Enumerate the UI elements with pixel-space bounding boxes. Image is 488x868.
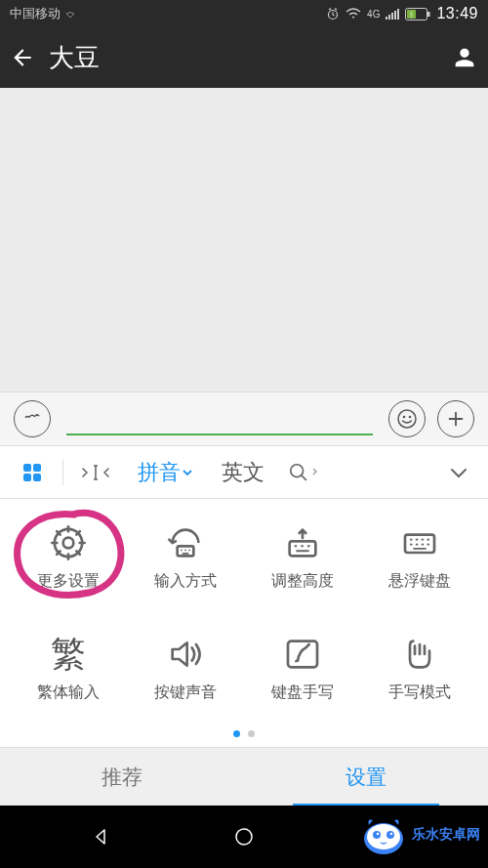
ime-pinyin-button[interactable]: 拼音 <box>122 458 208 487</box>
kb-handwrite-icon <box>282 634 323 675</box>
handwrite-icon <box>399 634 440 675</box>
svg-rect-20 <box>290 541 316 556</box>
svg-point-18 <box>55 529 82 557</box>
setting-label: 繁体输入 <box>37 682 100 703</box>
watermark-text: 乐水安卓网 <box>412 826 480 844</box>
wifi-icon <box>346 8 361 20</box>
setting-label: 更多设置 <box>37 571 100 592</box>
nav-home-button[interactable] <box>220 821 268 852</box>
alarm-icon <box>326 7 340 21</box>
status-left: 中国移动 <box>10 5 76 22</box>
emoji-button[interactable] <box>388 400 426 437</box>
svg-rect-12 <box>23 464 31 472</box>
svg-rect-15 <box>33 474 41 481</box>
chevron-down-icon <box>183 466 192 479</box>
svg-point-17 <box>63 538 74 549</box>
setting-label: 按键声音 <box>154 682 217 703</box>
wifi-weak-icon <box>64 9 76 19</box>
setting-keyboard-handwrite[interactable]: 键盘手写 <box>248 634 357 725</box>
status-bar: 中国移动 4G 13:49 <box>0 0 488 27</box>
setting-adjust-height[interactable]: 调整高度 <box>248 522 357 614</box>
setting-handwrite-mode[interactable]: 手写模式 <box>365 634 474 725</box>
floating-kb-icon <box>399 522 440 563</box>
ime-collapse-button[interactable] <box>437 466 480 479</box>
english-label: 英文 <box>222 458 264 487</box>
svg-point-30 <box>390 833 393 836</box>
setting-label: 键盘手写 <box>271 682 334 703</box>
chat-title: 大豆 <box>49 41 439 75</box>
setting-floating-keyboard[interactable]: 悬浮键盘 <box>365 522 474 614</box>
status-right: 4G 13:49 <box>326 5 478 22</box>
gear-icon <box>48 522 89 563</box>
ime-toolbar: 拼音 英文 <box>0 446 488 499</box>
svg-rect-5 <box>397 9 399 20</box>
svg-point-26 <box>367 824 400 849</box>
ime-settings-panel: 更多设置 输入方式 调整高度 悬浮键盘 繁 繁体输入 按键声音 <box>0 499 488 747</box>
carrier-label: 中国移动 <box>10 5 61 22</box>
svg-rect-8 <box>427 12 430 17</box>
tab-recommend[interactable]: 推荐 <box>0 748 244 806</box>
chevron-right-icon <box>311 467 318 478</box>
signal-icon <box>386 8 399 20</box>
svg-point-9 <box>398 410 416 428</box>
svg-point-23 <box>236 829 252 845</box>
setting-key-sound[interactable]: 按键声音 <box>131 634 240 725</box>
setting-label: 调整高度 <box>271 571 334 592</box>
back-button[interactable] <box>10 45 49 70</box>
ime-bottom-tabs: 推荐 设置 <box>0 747 488 806</box>
svg-rect-1 <box>386 17 387 20</box>
setting-traditional-input[interactable]: 繁 繁体输入 <box>14 634 123 725</box>
tab-label: 设置 <box>346 764 386 791</box>
setting-label: 输入方式 <box>154 571 217 592</box>
text-input[interactable] <box>66 434 373 435</box>
svg-rect-13 <box>33 464 41 472</box>
divider <box>62 460 63 485</box>
svg-point-10 <box>403 416 406 419</box>
svg-rect-2 <box>388 15 390 20</box>
input-mode-icon <box>165 522 206 563</box>
pager-dots <box>0 730 488 737</box>
chat-input-bar <box>0 392 488 446</box>
svg-rect-21 <box>405 535 434 553</box>
watermark: 乐水安卓网 <box>359 813 480 856</box>
add-button[interactable] <box>437 400 474 437</box>
tab-label: 推荐 <box>102 764 142 791</box>
svg-rect-3 <box>391 13 393 20</box>
network-label: 4G <box>367 9 380 20</box>
sound-icon <box>165 634 206 675</box>
dot-active <box>233 730 240 737</box>
svg-point-29 <box>377 833 380 836</box>
nav-back-button[interactable] <box>76 821 125 852</box>
voice-button[interactable] <box>14 400 51 437</box>
svg-rect-14 <box>23 474 31 481</box>
setting-label: 手写模式 <box>388 682 451 703</box>
svg-point-27 <box>373 831 381 839</box>
svg-point-11 <box>409 416 412 419</box>
pinyin-label: 拼音 <box>138 458 181 487</box>
chat-messages-area[interactable] <box>0 88 488 392</box>
ime-search-button[interactable] <box>278 462 327 483</box>
battery-icon <box>405 8 430 21</box>
chat-header: 大豆 <box>0 27 488 88</box>
ime-grid-button[interactable] <box>8 461 57 484</box>
ime-cursor-button[interactable] <box>69 462 122 483</box>
svg-point-28 <box>386 831 394 839</box>
dot <box>248 730 255 737</box>
height-icon <box>282 522 323 563</box>
watermark-icon <box>359 813 408 856</box>
tab-settings[interactable]: 设置 <box>244 748 488 806</box>
clock-label: 13:49 <box>436 5 478 22</box>
setting-more-settings[interactable]: 更多设置 <box>14 522 123 614</box>
fan-char-icon: 繁 <box>48 634 89 675</box>
ime-english-button[interactable]: 英文 <box>208 458 278 487</box>
svg-rect-4 <box>394 11 396 20</box>
setting-input-method[interactable]: 输入方式 <box>131 522 240 614</box>
profile-button[interactable] <box>439 44 478 71</box>
svg-rect-22 <box>288 641 317 668</box>
setting-label: 悬浮键盘 <box>388 571 451 592</box>
